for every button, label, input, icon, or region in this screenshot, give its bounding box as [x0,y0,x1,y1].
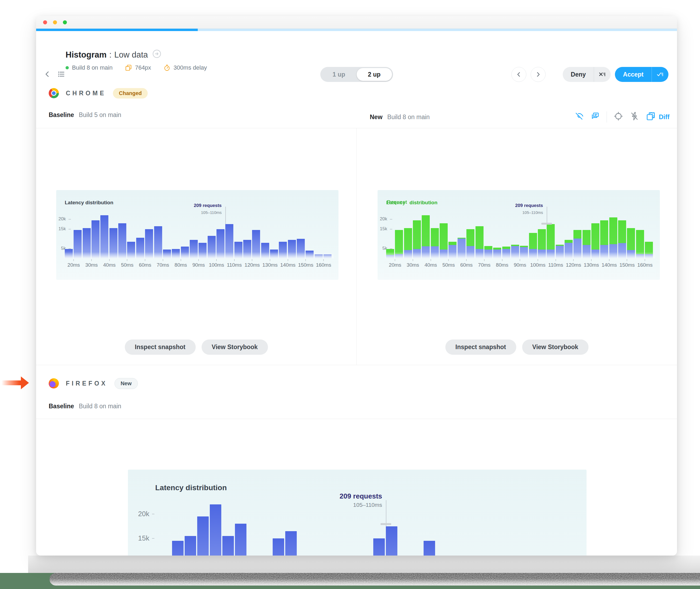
delay-value: 300ms delay [173,64,207,71]
chrome-browser-row: CHROME Changed [36,87,677,100]
stopwatch-icon [163,64,170,71]
story-list-icon[interactable] [57,70,65,78]
accept-button[interactable]: Accept [615,67,652,82]
back-controls [44,70,65,78]
x-tick-label: 60ms [460,262,472,268]
back-icon[interactable] [44,70,52,78]
baseline-label-group: Baseline Build 5 on main [49,112,121,119]
x-tick-mark [519,259,520,261]
deny-button-group: Deny [563,67,611,82]
annotation-dash [541,223,552,225]
title-separator: : [109,50,111,60]
x-tick-mark [591,259,592,261]
axis-fade [385,252,655,258]
y-tick-label: 5k [378,246,387,251]
x-tick-label: 80ms [496,262,508,268]
annotation-line [386,500,386,526]
firefox-baseline-snapshot[interactable]: Latency distribution5k15k20k20ms30ms40ms… [128,469,587,556]
accept-batch-icon[interactable] [652,71,668,78]
toggle-2up[interactable]: 2 up [357,68,392,81]
x-tick-label: 20ms [389,262,401,268]
x-tick-label: 120ms [245,262,260,268]
histogram-bar [273,538,284,556]
x-tick-mark [145,259,145,261]
firefox-snapshot-area: Latency distribution5k15k20k20ms30ms40ms… [36,419,677,556]
story-meta: Build 8 on main 764px 300ms delay [65,64,207,71]
x-tick-label: 160ms [637,262,653,268]
x-tick-mark [216,259,217,261]
x-tick-mark [502,259,502,261]
new-snapshot-diff[interactable]: LatencyRequest distribution5k15k20k20ms3… [378,190,660,280]
baseline-label: Baseline [49,112,74,119]
new-build: Build 8 on main [387,114,430,121]
annotation-dash [380,523,391,525]
x-tick-label: 90ms [514,262,526,268]
status-badge: New [114,378,138,389]
comments-icon[interactable] [591,112,600,122]
histogram-bar [285,531,297,556]
view-storybook-button[interactable]: View Storybook [522,340,589,355]
x-tick-mark [305,259,306,261]
previous-change-button[interactable] [511,67,527,82]
y-tick-label: 20k [56,216,66,222]
accept-button-group: Accept [615,67,668,82]
chrome-compare-labels: Baseline Build 5 on main New Build 8 on … [36,112,677,122]
next-change-button[interactable] [531,67,546,82]
annotation-label: 209 requests [378,203,543,208]
x-tick-mark [181,259,181,261]
title-wrap: Histogram : Low data Build 8 on main 764… [65,49,207,71]
x-tick-mark [627,259,627,261]
y-tick-mark [68,229,71,229]
review-actions: Deny Accept [511,67,668,82]
go-to-story-icon[interactable] [152,49,161,60]
histogram-bar [424,541,435,556]
histogram-bar [172,541,184,556]
y-tick-label: 15k [378,226,387,232]
window-shadow [28,556,700,573]
dithered-shadow [49,573,700,586]
view-storybook-button[interactable]: View Storybook [202,340,268,355]
x-tick-label: 40ms [425,262,437,268]
firefox-icon [49,378,59,388]
diff-overlay-icon[interactable] [646,112,656,123]
histogram-bar [235,524,247,556]
y-tick-label: 15k [56,226,66,232]
x-tick-mark [538,259,538,261]
diff-toggle[interactable]: Diff [659,113,670,121]
inspect-snapshot-button[interactable]: Inspect snapshot [125,340,196,355]
browser-name: CHROME [66,90,106,97]
annotation-range: 105–110ms [128,502,382,508]
close-window-button[interactable] [43,20,47,24]
x-tick-mark [430,259,431,261]
firefox-browser-row: FIREFOX New [36,377,677,390]
x-tick-mark [413,259,413,261]
deny-batch-icon[interactable] [594,71,611,78]
diff-toolbar: Diff [575,112,670,123]
app-window: Histogram : Low data Build 8 on main 764… [36,16,677,556]
annotation-range: 105–110ms [56,210,222,215]
x-tick-label: 110ms [548,262,563,268]
histogram-bar [197,517,209,556]
progress-remaining [198,29,677,31]
component-name: Histogram [65,50,106,60]
baseline-pane: Latency distribution5k15k20k20ms30ms40ms… [36,128,356,365]
baseline-build: Build 8 on main [79,403,121,410]
zoom-window-button[interactable] [63,20,67,24]
x-tick-label: 50ms [121,262,133,268]
minimize-window-button[interactable] [53,20,57,24]
toggle-1up[interactable]: 1 up [321,68,357,81]
x-tick-mark [163,259,163,261]
chrome-compare-panes: Latency distribution5k15k20k20ms30ms40ms… [36,128,677,365]
baseline-snapshot[interactable]: Latency distribution5k15k20k20ms30ms40ms… [56,190,339,280]
strobe-off-icon[interactable] [630,112,639,122]
snapshot-actions: Inspect snapshot View Storybook [125,340,268,355]
x-tick-label: 160ms [316,262,331,268]
x-tick-label: 90ms [193,262,205,268]
inspect-snapshot-button[interactable]: Inspect snapshot [445,340,516,355]
focus-crosshair-icon[interactable] [614,112,623,122]
deny-button[interactable]: Deny [563,67,594,82]
build-status: Build 8 on main [65,64,113,71]
x-tick-mark [109,259,110,261]
hide-baseline-eye-icon[interactable] [575,112,584,122]
new-label-group: New Build 8 on main [370,112,670,123]
